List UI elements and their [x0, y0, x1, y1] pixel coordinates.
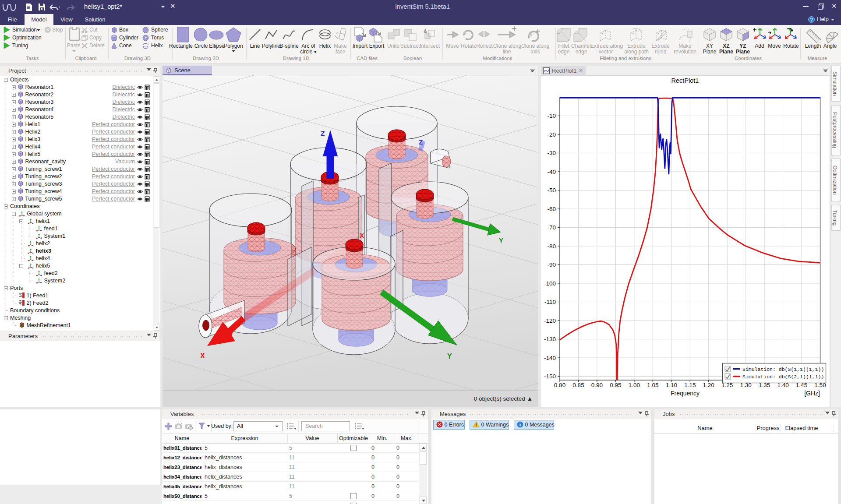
svg-text:1.20: 1.20	[703, 382, 714, 388]
svg-text:1.00: 1.00	[629, 382, 640, 388]
svg-text:-100: -100	[544, 280, 556, 287]
svg-text:-50: -50	[547, 187, 556, 194]
svg-text:1.10: 1.10	[666, 382, 677, 388]
svg-text:-70: -70	[547, 224, 556, 231]
svg-text:Simulation: db(S(1,1)(1,1)): Simulation: db(S(1,1)(1,1))	[742, 367, 824, 372]
svg-text:-120: -120	[544, 317, 556, 324]
svg-text:0.80: 0.80	[554, 382, 565, 388]
svg-text:Z: Z	[321, 130, 325, 137]
svg-text:Y: Y	[499, 236, 503, 244]
svg-text:-80: -80	[547, 243, 556, 250]
svg-text:-130: -130	[544, 336, 556, 342]
svg-text:-90: -90	[547, 261, 556, 268]
svg-text:1.05: 1.05	[647, 382, 658, 388]
svg-text:-30: -30	[547, 150, 556, 156]
svg-text:-40: -40	[547, 169, 556, 175]
svg-text:-20: -20	[547, 131, 556, 138]
svg-text:-60: -60	[547, 206, 556, 212]
svg-text:Simulation: db(S(2,1)(1,1)): Simulation: db(S(2,1)(1,1))	[742, 374, 824, 380]
svg-text:-110: -110	[544, 299, 556, 305]
svg-text:-150: -150	[544, 373, 556, 380]
svg-text:Z: Z	[419, 138, 423, 146]
svg-text:Y: Y	[447, 352, 452, 360]
svg-text:Frequency: Frequency	[671, 390, 700, 397]
svg-text:&: &	[424, 28, 427, 34]
svg-text:RectPlot1: RectPlot1	[671, 77, 699, 84]
svg-text:1.15: 1.15	[684, 382, 696, 388]
svg-text:-140: -140	[544, 355, 556, 361]
svg-text:0.85: 0.85	[572, 382, 584, 388]
svg-text:X: X	[200, 352, 205, 359]
svg-text:0.90: 0.90	[591, 382, 603, 388]
svg-text:X: X	[360, 232, 364, 239]
svg-text:-10: -10	[547, 113, 556, 119]
svg-text:0.95: 0.95	[610, 382, 621, 388]
svg-text:[GHz]: [GHz]	[804, 390, 820, 397]
